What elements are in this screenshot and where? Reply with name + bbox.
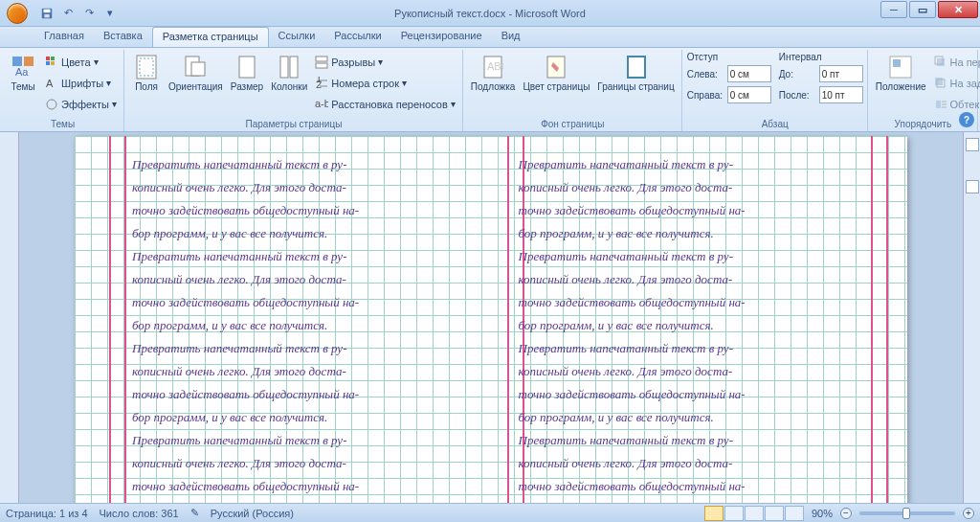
svg-rect-17 <box>280 57 288 78</box>
quick-access-toolbar: ↶ ↷ ▾ <box>38 5 119 22</box>
svg-text:a-b: a-b <box>315 98 328 109</box>
ribbon: Aa Темы Цвета ▾ AШрифты ▾ Эффекты ▾ Темы… <box>0 48 980 132</box>
status-language[interactable]: Русский (Россия) <box>211 508 294 519</box>
status-proofing-icon[interactable]: ✎ <box>190 507 199 519</box>
status-page[interactable]: Страница: 1 из 4 <box>6 508 88 519</box>
spacing-before-input[interactable]: 0 пт <box>819 65 863 82</box>
svg-rect-20 <box>316 63 327 68</box>
help-icon[interactable]: ? <box>959 112 974 127</box>
column-left[interactable]: Превратить напечатанный текст в ру- копи… <box>132 153 479 503</box>
columns-button[interactable]: Колонки <box>268 52 310 94</box>
page-borders-button[interactable]: Границы страниц <box>594 52 677 94</box>
view-outline[interactable] <box>765 506 784 521</box>
title-bar: ↶ ↷ ▾ Рукописный текст.docx - Microsoft … <box>0 0 980 27</box>
view-web-layout[interactable] <box>745 506 764 521</box>
svg-rect-7 <box>51 57 55 60</box>
svg-rect-32 <box>937 58 945 66</box>
save-icon[interactable] <box>38 5 56 22</box>
window-title: Рукописный текст.docx - Microsoft Word <box>0 8 980 19</box>
qat-dropdown-icon[interactable]: ▾ <box>101 5 119 22</box>
tab-mailings[interactable]: Рассылки <box>324 27 390 47</box>
svg-rect-15 <box>191 62 205 76</box>
size-button[interactable]: Размер <box>228 52 266 94</box>
document-scroll[interactable]: Превратить напечатанный текст в ру- копи… <box>19 132 963 503</box>
maximize-button[interactable]: ▭ <box>909 1 936 18</box>
view-buttons <box>704 506 804 521</box>
zoom-slider[interactable] <box>859 511 955 515</box>
svg-rect-9 <box>51 61 55 65</box>
svg-rect-19 <box>316 57 327 61</box>
theme-colors-button[interactable]: Цвета ▾ <box>42 52 120 72</box>
bring-front-button[interactable]: На передний план ▾ <box>931 52 980 72</box>
themes-button[interactable]: Aa Темы <box>6 52 40 94</box>
zoom-value[interactable]: 90% <box>812 508 833 519</box>
redo-icon[interactable]: ↷ <box>80 5 98 22</box>
minimize-button[interactable]: ─ <box>880 1 907 18</box>
group-themes: Aa Темы Цвета ▾ AШрифты ▾ Эффекты ▾ Темы <box>2 50 124 131</box>
view-print-layout[interactable] <box>704 506 724 521</box>
theme-fonts-button[interactable]: AШрифты ▾ <box>42 73 120 93</box>
undo-icon[interactable]: ↶ <box>59 5 77 22</box>
svg-text:Aa: Aa <box>15 66 29 78</box>
tab-page-layout[interactable]: Разметка страницы <box>152 27 269 47</box>
text-wrap-button[interactable]: Обтекание текстом ▾ <box>931 94 980 114</box>
group-paragraph: Отступ Слева:0 см Справа:0 см Интервал Д… <box>683 50 868 131</box>
svg-text:ABC: ABC <box>487 60 503 72</box>
zoom-out-button[interactable]: − <box>840 508 852 519</box>
margins-button[interactable]: Поля <box>129 52 164 94</box>
vertical-ruler[interactable] <box>0 132 19 503</box>
hyphenation-button[interactable]: a-bРасстановка переносов ▾ <box>312 94 457 114</box>
svg-rect-34 <box>935 78 943 85</box>
svg-text:A: A <box>46 78 54 89</box>
svg-rect-36 <box>936 101 941 108</box>
zoom-in-button[interactable]: + <box>963 508 974 519</box>
svg-rect-18 <box>290 57 298 78</box>
theme-effects-button[interactable]: Эффекты ▾ <box>42 94 120 114</box>
page-color-button[interactable]: Цвет страницы <box>520 52 592 94</box>
position-button[interactable]: Положение <box>873 52 929 94</box>
group-page-setup: Поля Ориентация Размер Колонки Разрывы ▾… <box>125 50 463 131</box>
svg-rect-3 <box>12 57 22 66</box>
indent-right-input[interactable]: 0 см <box>727 86 771 103</box>
tab-references[interactable]: Ссылки <box>269 27 325 47</box>
svg-rect-8 <box>46 61 50 65</box>
spacing-after-input[interactable]: 10 пт <box>819 86 863 103</box>
office-button[interactable] <box>0 0 34 27</box>
ribbon-tabs: Главная Вставка Разметка страницы Ссылки… <box>0 27 980 48</box>
document-area: Превратить напечатанный текст в ру- копи… <box>0 132 980 503</box>
scroll-up-icon[interactable] <box>966 138 979 151</box>
column-right[interactable]: Превратить напечатанный текст в ру- копи… <box>519 153 865 503</box>
svg-rect-2 <box>44 13 49 17</box>
orientation-button[interactable]: Ориентация <box>166 52 226 94</box>
svg-rect-12 <box>137 56 156 79</box>
status-words[interactable]: Число слов: 361 <box>100 508 179 519</box>
scroll-down-icon[interactable] <box>966 180 979 193</box>
page[interactable]: Превратить напечатанный текст в ру- копи… <box>75 136 907 503</box>
close-button[interactable]: ✕ <box>938 1 978 18</box>
tab-insert[interactable]: Вставка <box>94 27 152 47</box>
svg-rect-16 <box>239 57 255 78</box>
view-draft[interactable] <box>785 506 804 521</box>
svg-rect-1 <box>44 9 51 12</box>
indent-left-input[interactable]: 0 см <box>727 65 771 82</box>
tab-review[interactable]: Рецензирование <box>391 27 492 47</box>
breaks-button[interactable]: Разрывы ▾ <box>312 52 457 72</box>
group-page-background: ABCПодложка Цвет страницы Границы страни… <box>464 50 682 131</box>
line-numbers-button[interactable]: 12Номера строк ▾ <box>312 73 457 93</box>
status-bar: Страница: 1 из 4 Число слов: 361 ✎ Русск… <box>0 503 980 522</box>
tab-view[interactable]: Вид <box>492 27 530 47</box>
tab-home[interactable]: Главная <box>34 27 94 47</box>
svg-rect-6 <box>46 57 50 60</box>
svg-rect-4 <box>24 57 33 66</box>
send-back-button[interactable]: На задний план ▾ <box>931 73 980 93</box>
svg-rect-29 <box>628 57 645 78</box>
vertical-scrollbar[interactable] <box>963 132 980 503</box>
svg-rect-31 <box>893 59 901 67</box>
svg-point-11 <box>47 100 56 109</box>
view-full-screen[interactable] <box>724 506 744 521</box>
watermark-button[interactable]: ABCПодложка <box>468 52 519 94</box>
